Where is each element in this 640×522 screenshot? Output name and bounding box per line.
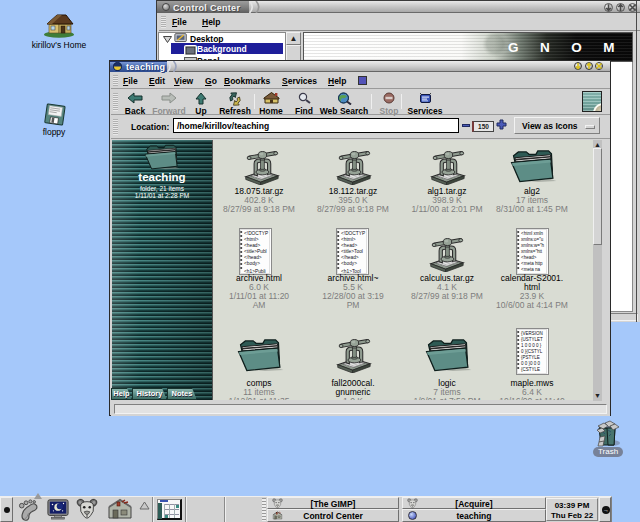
svg-text:{PSTYLE: {PSTYLE xyxy=(521,355,540,360)
svg-text:<meta http: <meta http xyxy=(521,261,543,266)
svg-text:xmlns:w="h: xmlns:w="h xyxy=(521,243,544,248)
svg-text:<title>Publ: <title>Publ xyxy=(244,249,267,254)
svg-text:<body>: <body> xyxy=(244,261,260,266)
svg-text:0 0 }0 0 0: 0 0 }0 0 0 xyxy=(521,361,541,366)
svg-text:xmlns="htt: xmlns="htt xyxy=(521,249,543,254)
svg-text:{USTYLET: {USTYLET xyxy=(521,337,543,342)
svg-text:<html>: <html> xyxy=(341,237,356,242)
svg-text:{CSTYLE: {CSTYLE xyxy=(521,367,540,372)
svg-text:<head>: <head> xyxy=(341,243,357,248)
svg-text:<html xmln: <html xmln xyxy=(521,231,543,236)
svg-text:xmlns:o="u: xmlns:o="u xyxy=(521,237,544,242)
svg-text:{VERSION: {VERSION xyxy=(521,331,543,336)
svg-text:0 }{CSTYL: 0 }{CSTYL xyxy=(521,349,543,354)
svg-text:<title>Tool: <title>Tool xyxy=(341,249,363,254)
svg-text:</head>: </head> xyxy=(244,255,262,260)
svg-text:<head>: <head> xyxy=(244,243,260,248)
svg-text:<body>: <body> xyxy=(341,261,357,266)
svg-text:<html>: <html> xyxy=(244,237,259,242)
svg-text:<!DOCTYP: <!DOCTYP xyxy=(341,231,365,236)
svg-text:</head>: </head> xyxy=(341,255,359,260)
svg-text:<meta na: <meta na xyxy=(521,267,540,272)
svg-text:1 0 0 0 0 }: 1 0 0 0 0 } xyxy=(521,343,542,348)
svg-text:<!DOCTYP: <!DOCTYP xyxy=(244,231,268,236)
svg-text:<head>: <head> xyxy=(521,255,537,260)
